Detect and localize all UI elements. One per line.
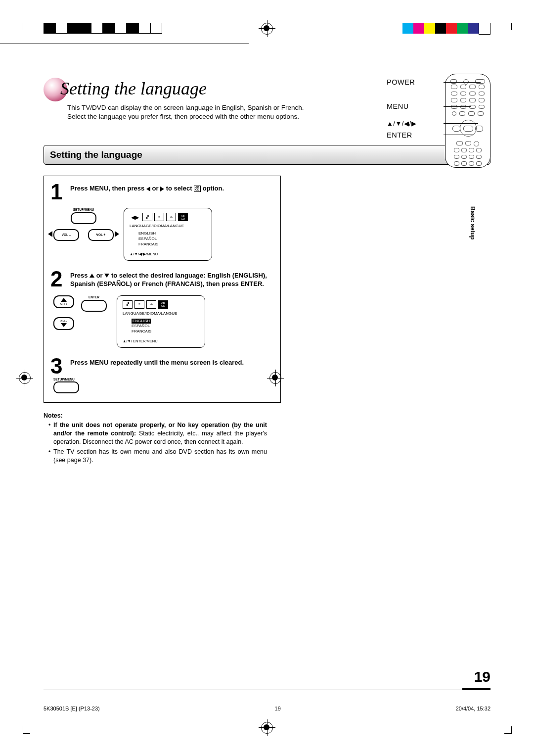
step-3-text: Press MENU repeatedly until the menu scr…	[70, 357, 244, 375]
osd-option-english: ENGLISH	[138, 231, 206, 236]
callout-line	[444, 82, 481, 83]
osd-picture-icon: ▞	[142, 213, 152, 221]
vol-minus-button-icon: VOL –	[53, 229, 79, 241]
section-heading: Setting the language	[44, 145, 490, 165]
enter-button-icon	[81, 300, 107, 312]
registration-mark-bottom	[259, 719, 275, 736]
notes-heading: Notes:	[44, 412, 267, 420]
osd-option-espanol: ESPAÑOL	[132, 324, 199, 329]
page-footer-rule	[44, 690, 490, 690]
osd-option-english-selected: ENGLISH	[132, 319, 151, 324]
osd-footer-2: ▲/▼/ ENTER/MENU	[123, 339, 199, 344]
step-2-text: Press or to select the desired language:…	[70, 270, 274, 288]
vol-right-arrow-icon	[115, 231, 119, 237]
callout-enter: ENTER	[387, 131, 412, 141]
right-arrow-icon	[160, 187, 164, 191]
osd-footer-1: ▲/▼/◀/▶/MENU	[130, 252, 206, 257]
page-title: Setting the language	[60, 77, 207, 101]
crop-mark-bl	[23, 726, 30, 734]
label-setup-menu-2: SETUP/MENU	[53, 378, 274, 382]
osd-picture-icon: ▞	[123, 300, 133, 309]
registration-mark-left	[16, 370, 33, 386]
notes-section: Notes: If the unit does not operate prop…	[44, 412, 267, 464]
callout-line	[444, 135, 473, 135]
vol-plus-button-icon: VOL +	[88, 229, 114, 241]
side-tab: Basic setup	[468, 206, 476, 239]
osd-title: LANGUAGE/IDIOMA/LANGUE	[130, 224, 206, 229]
color-calibration-strip	[402, 23, 490, 34]
osd-option-francais: FRANCAIS	[138, 242, 206, 247]
osd-option-francais: FRANCAIS	[132, 329, 199, 334]
down-arrow-icon	[104, 274, 109, 278]
osd-option-espanol: ESPAÑOL	[138, 236, 206, 242]
left-arrow-icon	[146, 187, 150, 191]
footer-timestamp: 20/4/04, 15:32	[456, 705, 490, 712]
up-arrow-icon	[89, 274, 94, 278]
steps-box: 1 Press MENU, then press or to select AB…	[44, 176, 281, 403]
ch-plus-button-icon: CH +	[53, 295, 74, 308]
footer-page: 19	[275, 705, 281, 712]
callout-power: POWER	[387, 78, 415, 88]
crop-mark-tr	[504, 23, 512, 30]
osd-title: LANGUAGE/IDIOMA/LANGUE	[123, 311, 199, 317]
print-footer: 5K30501B [E] (P13-23) 19 20/4/04, 15:32	[44, 705, 490, 712]
vol-left-arrow-icon	[48, 231, 52, 237]
callout-menu: MENU	[387, 102, 409, 112]
osd-list-icon: ≡	[134, 300, 144, 309]
footer-doc-id: 5K30501B [E] (P13-23)	[44, 705, 100, 712]
label-setup-menu: SETUP/MENU	[71, 208, 96, 212]
label-enter: ENTER	[81, 295, 107, 300]
step-1-text: Press MENU, then press or to select ABCD…	[70, 183, 224, 201]
note-2: The TV section has its own menu and also…	[48, 448, 267, 465]
osd-list-icon: ≡	[154, 213, 164, 221]
osd-block-icon: ⊘	[166, 213, 176, 221]
page-number-underline	[462, 688, 490, 690]
bw-calibration-strip	[44, 23, 162, 34]
setup-menu-button-icon	[71, 212, 96, 224]
osd-abcd-icon: ABCD	[178, 213, 188, 221]
step-number-2: 2	[50, 270, 65, 288]
callout-line	[444, 106, 471, 107]
note-1: If the unit does not operate properly, o…	[48, 421, 267, 446]
registration-mark-top	[259, 20, 275, 37]
crop-mark-br	[504, 726, 512, 734]
abcd-icon: ABCD	[194, 186, 201, 192]
header-rule	[0, 44, 249, 44]
osd-nav-arrows-icon: ◀▶	[130, 213, 140, 221]
callout-line	[444, 123, 478, 124]
osd-block-icon: ⊘	[146, 300, 156, 309]
step-number-1: 1	[50, 183, 65, 201]
osd-screen-2: ▞ ≡ ⊘ ABCD LANGUAGE/IDIOMA/LANGUE ENGLIS…	[117, 295, 205, 348]
osd-screen-1: ◀▶ ▞ ≡ ⊘ ABCD LANGUAGE/IDIOMA/LANGUE ENG…	[124, 208, 212, 260]
setup-menu-button-icon-2	[53, 381, 79, 393]
osd-abcd-icon: ABCD	[158, 300, 168, 309]
page-number: 19	[474, 667, 490, 687]
ch-minus-button-icon: CH –	[53, 317, 74, 330]
step-number-3: 3	[50, 357, 65, 375]
callout-arrows: ▲/▼/◀/▶	[387, 119, 416, 128]
crop-mark-tl	[23, 23, 30, 30]
remote-illustration	[445, 74, 490, 168]
intro-text: This TV/DVD can display the on screen la…	[67, 103, 319, 121]
